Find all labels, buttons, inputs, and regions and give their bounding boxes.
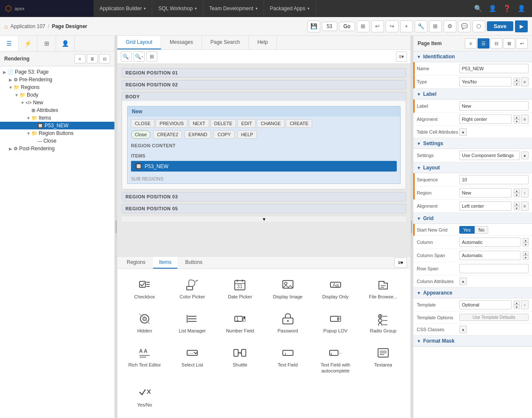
action-previous[interactable]: PREVIOUS xyxy=(156,119,188,128)
column-span-select[interactable]: Automatic xyxy=(459,251,521,260)
section-format-mask-header[interactable]: ▼ Format Mask xyxy=(413,336,532,346)
table-cell-expand[interactable]: ▲ xyxy=(459,128,467,136)
tab-messages[interactable]: Messages xyxy=(161,36,202,49)
sequence-input[interactable] xyxy=(459,175,529,184)
item-radio-group[interactable]: Radio Group xyxy=(360,307,406,340)
template-options-btn[interactable]: Use Template Defaults xyxy=(459,314,529,321)
item-list-manager[interactable]: List Manager xyxy=(169,307,215,340)
zoom-in-btn[interactable]: 🔍+ xyxy=(134,52,145,62)
alignment-list-btn[interactable]: ≡ xyxy=(521,115,529,124)
column-spin-up[interactable]: ▲ xyxy=(523,238,529,242)
settings-select[interactable]: Use Component Settings xyxy=(459,151,520,160)
action-create[interactable]: CREATE xyxy=(286,119,312,128)
template-nav-btn[interactable]: › xyxy=(521,300,529,309)
undo-btn[interactable]: ↩ xyxy=(371,20,384,32)
tree-item-close[interactable]: — Close xyxy=(0,137,114,145)
type-spin-up[interactable]: ▲ xyxy=(514,77,520,82)
left-tab-user[interactable]: 👤 xyxy=(56,36,75,51)
item-text-field-autocomplete[interactable]: ··· Text Field with autocomplete xyxy=(313,341,358,379)
share2-btn[interactable]: ⬡ xyxy=(472,20,485,32)
page-number-input[interactable] xyxy=(322,22,337,31)
tree-item-region-buttons[interactable]: ▼ 📁 Region Buttons xyxy=(0,129,114,137)
toggle-no[interactable]: No xyxy=(475,226,488,234)
template-spin-down[interactable]: ▼ xyxy=(514,305,520,309)
nav-team-development[interactable]: Team Development ▾ xyxy=(203,0,264,17)
item-rich-text-editor[interactable]: AA Rich Text Editor xyxy=(122,341,168,379)
item-text-field[interactable]: Text Field xyxy=(265,341,310,379)
tree-item-attributes[interactable]: ⊞ Attributes xyxy=(0,106,114,114)
section-grid-header[interactable]: ▼ Grid xyxy=(413,213,532,224)
row-span-input[interactable] xyxy=(459,264,529,273)
toggle-yes[interactable]: Yes xyxy=(459,226,475,234)
section-identification-header[interactable]: ▼ Identification xyxy=(413,52,532,62)
tree-item-regions[interactable]: ▼ 📁 Regions xyxy=(0,83,114,91)
zoom-out-btn[interactable]: 🔍- xyxy=(121,52,132,62)
tab-page-search[interactable]: Page Search xyxy=(202,36,249,49)
action-edit[interactable]: EDIT xyxy=(237,119,256,128)
alignment-spin-up[interactable]: ▲ xyxy=(514,115,520,119)
search-icon[interactable]: 🔍 xyxy=(472,2,484,15)
tree-item-postrendering[interactable]: ▶ ⚙ Post-Rendering xyxy=(0,145,114,152)
action-delete[interactable]: DELETE xyxy=(211,119,236,128)
alignment-spin-down[interactable]: ▼ xyxy=(514,119,520,123)
item-color-picker[interactable]: Color Picker xyxy=(169,273,215,306)
region-select[interactable]: New xyxy=(459,188,512,198)
left-tab-rendering[interactable]: ☰ xyxy=(0,36,19,51)
share-btn[interactable]: ⊞ xyxy=(357,20,370,32)
tab-items[interactable]: Items xyxy=(153,257,177,269)
template-spin-up[interactable]: ▲ xyxy=(514,301,520,305)
action-copy[interactable]: COPY xyxy=(213,130,234,139)
section-appearance-header[interactable]: ▼ Appearance xyxy=(413,288,532,298)
redo-btn[interactable]: ↪ xyxy=(386,20,398,32)
tab-regions[interactable]: Regions xyxy=(121,257,151,269)
action-help[interactable]: HELP xyxy=(237,130,257,139)
region-nav-btn[interactable]: › xyxy=(521,188,529,198)
layout-alignment-spin-down[interactable]: ▼ xyxy=(514,206,520,210)
item-textarea[interactable]: Textarea xyxy=(360,341,406,379)
right-tab-1[interactable]: ☰ xyxy=(478,38,489,49)
section-settings-header[interactable]: ▼ Settings xyxy=(413,138,532,149)
section-label-header[interactable]: ▼ Label xyxy=(413,89,532,100)
settings-expand[interactable]: ▲ xyxy=(521,152,529,159)
tab-buttons[interactable]: Buttons xyxy=(179,257,208,269)
right-tab-3[interactable]: ⊠ xyxy=(503,38,515,49)
render-tool-2[interactable]: ≣ xyxy=(87,54,98,63)
type-select[interactable]: Yes/No xyxy=(459,77,512,86)
run-button[interactable]: ▶ xyxy=(515,20,528,32)
bottom-more-btn[interactable]: ≡▾ xyxy=(394,258,407,268)
layout-alignment-list-btn[interactable]: ≡ xyxy=(521,201,529,211)
type-list-btn[interactable]: ≡ xyxy=(521,77,529,86)
item-shuttle[interactable]: Shuttle xyxy=(217,341,263,379)
action-next[interactable]: NEXT xyxy=(189,119,209,128)
layout-alignment-spin-up[interactable]: ▲ xyxy=(514,202,520,206)
item-hidden[interactable]: Hidden xyxy=(122,307,168,340)
help-icon[interactable]: ❓ xyxy=(501,2,513,15)
expand-btn[interactable]: ⊞ xyxy=(146,52,157,62)
tree-item-body[interactable]: ▼ 📁 Body xyxy=(0,91,114,99)
save-button[interactable]: Save xyxy=(487,21,513,31)
item-p53new[interactable]: 🔲 P53_NEW xyxy=(131,161,397,172)
column-spin-down[interactable]: ▼ xyxy=(523,242,529,246)
nav-packaged-apps[interactable]: Packaged Apps ▾ xyxy=(264,0,316,17)
section-layout-header[interactable]: ▼ Layout xyxy=(413,163,532,173)
close-action-btn[interactable]: Close xyxy=(131,130,151,139)
item-yes-no[interactable]: Yes/No xyxy=(122,381,168,414)
left-tab-dynamic-actions[interactable]: ⚡ xyxy=(19,36,37,51)
name-input[interactable] xyxy=(459,64,529,73)
layout-alignment-select[interactable]: Left center xyxy=(459,201,512,211)
nav-sql-workshop[interactable]: SQL Workshop ▾ xyxy=(152,0,203,17)
item-display-image[interactable]: Display Image xyxy=(265,273,310,306)
more-options-btn[interactable]: ≡▾ xyxy=(396,52,407,62)
render-tool-3[interactable]: ⊟ xyxy=(99,54,110,63)
settings-btn[interactable]: ⚙ xyxy=(444,20,456,32)
chat-btn[interactable]: 💬 xyxy=(458,20,471,32)
grid-btn[interactable]: ⊞ xyxy=(429,20,442,32)
column-span-spin-up[interactable]: ▲ xyxy=(523,251,529,255)
column-attributes-expand[interactable]: ▲ xyxy=(459,278,467,285)
item-date-picker[interactable]: 31 Date Picker xyxy=(217,273,263,306)
item-select-list[interactable]: Select List xyxy=(169,341,215,379)
type-spin-down[interactable]: ▼ xyxy=(514,82,520,86)
home-icon[interactable]: ⌂ xyxy=(4,23,8,30)
lock-btn[interactable]: 🔧 xyxy=(415,20,427,32)
region-spin-down[interactable]: ▼ xyxy=(514,193,520,197)
